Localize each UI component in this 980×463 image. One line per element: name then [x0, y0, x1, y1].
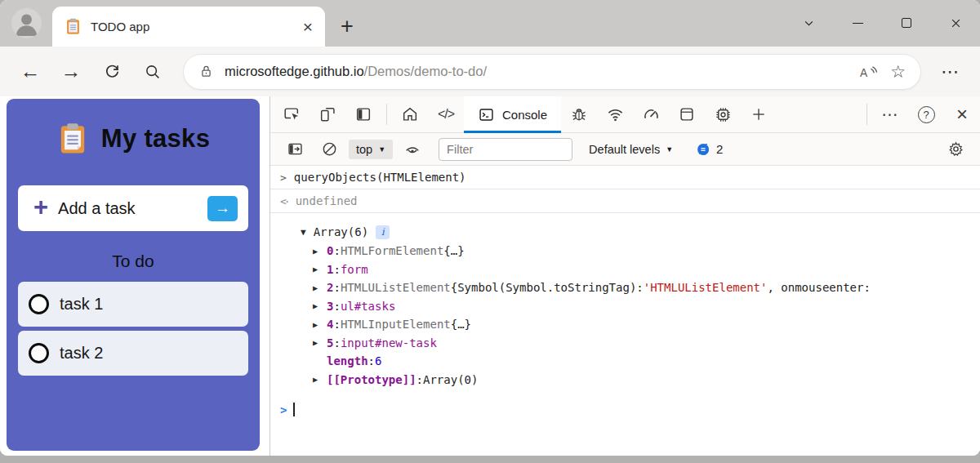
log-levels-dropdown[interactable]: Default levels ▼	[589, 143, 673, 156]
console-entry-row[interactable]: ▶5: input#new-task	[270, 334, 980, 353]
entry-part: HTMLUListElement	[341, 281, 451, 294]
devtools-close-button[interactable]: ×	[944, 96, 980, 132]
console-settings-button[interactable]	[941, 140, 970, 158]
tab-close-icon[interactable]: ×	[303, 18, 313, 35]
entry-part: {…}	[443, 244, 464, 257]
expand-triangle-icon[interactable]: ▶	[313, 301, 327, 310]
browser-window: TODO app × + ← →	[0, 0, 980, 456]
dock-side-button[interactable]	[345, 96, 381, 132]
close-window-button[interactable]	[931, 0, 980, 46]
console-entry-row[interactable]: ▶1: form	[270, 260, 980, 279]
entry-part: 'HTMLUListElement'	[644, 281, 768, 294]
entry-part: 4	[327, 318, 333, 331]
wifi-icon	[606, 105, 625, 124]
favorites-star-icon[interactable]: ☆	[890, 62, 906, 82]
devtools-application-tab[interactable]	[669, 96, 705, 132]
devtools-tab-bar: </> Console	[270, 96, 980, 133]
devtools-help-button[interactable]: ?	[908, 96, 944, 132]
more-tools-button[interactable]	[741, 96, 777, 132]
device-toolbar-icon	[318, 105, 336, 123]
eye-icon	[403, 140, 421, 158]
console-filter-input[interactable]	[439, 138, 572, 161]
clear-icon	[321, 140, 338, 158]
console-entry-row[interactable]: ▶0: HTMLFormElement {…}	[270, 242, 980, 260]
console-sidebar-toggle-button[interactable]	[280, 140, 310, 158]
devtools-debugger-tab[interactable]	[561, 96, 597, 132]
back-button[interactable]: ←	[13, 55, 47, 89]
lock-icon[interactable]	[198, 64, 214, 79]
console-entry-row[interactable]: ▶4: HTMLInputElement {…}	[270, 315, 980, 334]
browser-menu-button[interactable]: ⋯	[934, 61, 967, 82]
inspect-element-button[interactable]	[274, 96, 310, 132]
bug-icon	[570, 105, 588, 123]
todo-header: My tasks	[7, 99, 260, 155]
devtools-panel: </> Console	[270, 96, 980, 456]
devtools-welcome-tab[interactable]	[392, 96, 428, 132]
console-input-echo-row[interactable]: > queryObjects(HTMLElement)	[270, 166, 980, 189]
console-tab-label: Console	[502, 108, 547, 122]
home-icon	[401, 105, 419, 123]
new-tab-button[interactable]: +	[333, 12, 361, 40]
dock-left-icon	[354, 105, 372, 123]
console-entry-row[interactable]: ▶2: HTMLUListElement {Symbol(Symbol.toSt…	[270, 278, 980, 297]
refresh-button[interactable]	[95, 55, 129, 89]
issues-counter[interactable]: 2	[696, 142, 723, 157]
entry-part: :	[416, 373, 423, 386]
forward-button[interactable]: →	[54, 55, 88, 89]
chip-icon	[714, 105, 733, 124]
input-chevron-icon: >	[280, 171, 287, 184]
browser-tab[interactable]: TODO app ×	[52, 7, 325, 47]
devtools-performance-tab[interactable]	[633, 96, 669, 132]
expand-triangle-icon[interactable]: ▶	[313, 338, 327, 347]
return-value-icon: <·	[280, 195, 288, 207]
console-entry-row[interactable]: length: 6	[270, 352, 980, 371]
task-checkbox[interactable]	[29, 343, 49, 363]
device-emulation-button[interactable]	[310, 96, 345, 132]
read-aloud-icon[interactable]: A	[858, 63, 880, 81]
task-checkbox[interactable]	[29, 294, 49, 314]
tab-title: TODO app	[91, 20, 303, 33]
search-button[interactable]	[136, 55, 170, 89]
expand-triangle-icon[interactable]: ▶	[313, 265, 327, 274]
task-item[interactable]: task 2	[18, 331, 248, 376]
issues-count: 2	[716, 142, 723, 156]
add-task-submit-button[interactable]: →	[207, 196, 238, 221]
add-task-label: Add a task	[58, 199, 207, 218]
array-label: Array(6)	[314, 225, 368, 238]
address-bar[interactable]: microsoftedge.github.io/Demos/demo-to-do…	[183, 54, 921, 90]
expand-triangle-icon[interactable]: ▶	[313, 375, 327, 384]
minimize-button[interactable]	[833, 0, 882, 46]
search-icon	[144, 63, 162, 81]
devtools-console-tab[interactable]: Console	[464, 96, 561, 132]
javascript-context-dropdown[interactable]: top ▼	[349, 140, 393, 159]
console-result-row[interactable]: <· undefined	[270, 189, 980, 213]
entry-part: :	[333, 318, 340, 331]
plus-icon	[751, 106, 767, 122]
maximize-button[interactable]	[882, 0, 931, 46]
devtools-elements-tab[interactable]: </>	[428, 96, 464, 132]
entry-part: HTMLFormElement	[341, 244, 443, 257]
levels-label: Default levels	[589, 143, 660, 156]
prompt-chevron-icon: >	[280, 403, 287, 416]
console-object-tree: ▼ Array(6) i ▶0: HTMLFormElement {…}▶1: …	[270, 213, 980, 389]
live-expression-button[interactable]	[398, 140, 427, 158]
console-prompt-row[interactable]: >	[270, 403, 980, 416]
expand-triangle-icon[interactable]: ▶	[313, 283, 327, 292]
clear-console-button[interactable]	[314, 140, 344, 158]
gear-icon	[947, 140, 964, 158]
array-header-row[interactable]: ▼ Array(6) i	[270, 222, 980, 242]
console-entry-row[interactable]: ▶[[Prototype]]: Array(0)	[270, 371, 980, 390]
devtools-network-tab[interactable]	[597, 96, 633, 132]
task-item[interactable]: task 1	[18, 282, 248, 327]
console-entry-row[interactable]: ▶3: ul#tasks	[270, 297, 980, 316]
profile-avatar[interactable]	[11, 8, 42, 38]
entry-part: :	[333, 263, 340, 276]
devtools-menu-button[interactable]: ⋯	[872, 96, 908, 132]
add-task-field[interactable]: + Add a task →	[18, 185, 248, 231]
plus-icon: +	[33, 194, 48, 220]
expand-triangle-icon[interactable]: ▶	[313, 320, 327, 329]
tab-actions-chevron-icon[interactable]	[784, 0, 833, 46]
devtools-memory-tab[interactable]	[705, 96, 741, 132]
expand-triangle-icon[interactable]: ▶	[313, 247, 327, 256]
collapse-triangle-icon[interactable]: ▼	[301, 227, 306, 238]
